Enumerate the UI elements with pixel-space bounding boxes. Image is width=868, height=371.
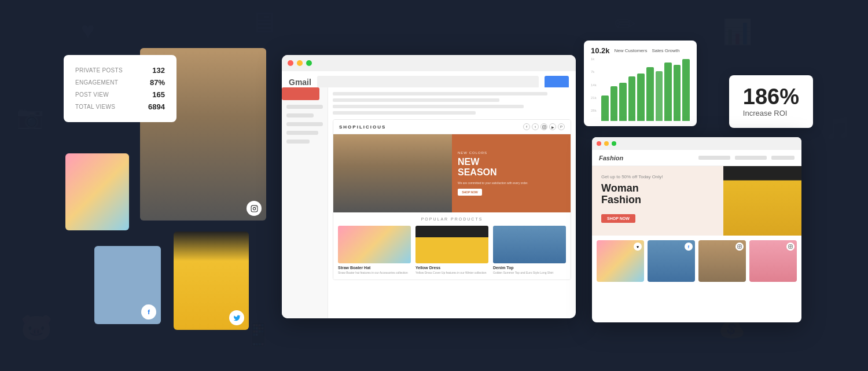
products-grid: Straw Boater Hat Straw Boater hat featur… [338, 226, 566, 275]
newsletter-social-icons: f t ▶ P [523, 123, 565, 130]
newsletter-twitter-icon: t [532, 123, 539, 130]
nav-link-1 [698, 156, 730, 160]
stats-row-total-views: TOTAL VIEWS 6894 [75, 101, 165, 113]
product-card-1: Straw Boater Hat Straw Boater hat featur… [338, 226, 411, 275]
popular-products-title: POPULAR PRODUCTS [338, 217, 566, 221]
stats-row-post-view: POST VIEW 165 [75, 89, 165, 101]
newsletter-hero-banner: NEW COLORS NEW SEASON We are committed t… [333, 134, 571, 212]
fashion-nav-bar: Fashion [592, 150, 801, 166]
new-colors-badge: NEW COLORS [458, 151, 565, 155]
svg-point-4 [543, 126, 545, 127]
sidebar-line-4 [286, 131, 318, 135]
newsletter-facebook-icon: f [523, 123, 530, 130]
sidebar-line-1 [286, 105, 323, 109]
email-line-group [333, 92, 571, 115]
chart-bar-5 [637, 74, 645, 122]
product-desc-3: Golden Summer Top and Euro Style Long Sh… [493, 271, 566, 275]
email-line-4 [333, 111, 476, 115]
facebook-badge: f [141, 304, 156, 319]
product-img-2 [415, 226, 488, 263]
roi-card: 186% Increase ROI [729, 75, 813, 128]
product-name-2: Yellow Dress [415, 266, 488, 270]
gmail-logo: Gmail [289, 78, 311, 87]
fashion-hero-text-area: Get up to 50% off Today Only! Woman Fash… [592, 166, 723, 236]
minimize-dot[interactable] [297, 60, 303, 66]
compose-button[interactable] [282, 87, 319, 100]
product-img-3 [493, 226, 566, 263]
stats-label-post-view: POST VIEW [75, 91, 109, 98]
fashion-product-1-badge: ♥ [634, 243, 642, 251]
newsletter-hero-text: NEW COLORS NEW SEASON We are committed t… [452, 134, 571, 212]
gmail-main-content: SHOPILICIOUS f t ▶ P [328, 87, 576, 318]
new-season-title: NEW SEASON [458, 157, 565, 177]
chart-bar-3 [619, 83, 627, 121]
fashion-shop-now-button[interactable]: SHOP NOW [601, 214, 635, 223]
fashion-product-4 [749, 240, 797, 282]
product-desc-2: Yellow Dress Cover Up features in our Wi… [415, 271, 488, 275]
analytics-card: 10.2k New Customers Sales Growth 1k 7k 1… [584, 41, 697, 126]
sidebar-line-5 [286, 139, 310, 144]
chart-bar-4 [628, 76, 636, 121]
newsletter-header: SHOPILICIOUS f t ▶ P [333, 120, 571, 134]
gmail-action-button[interactable] [545, 76, 569, 89]
fashion-hero-image [723, 166, 801, 236]
product-name-3: Denim Top [493, 266, 566, 270]
fashion-website-window: Fashion Get up to 50% off Today Only! Wo… [592, 137, 801, 322]
svg-point-8 [740, 245, 741, 246]
fashion-product-3-badge [735, 243, 744, 251]
maximize-dot[interactable] [306, 60, 312, 66]
fashion-product-thumbnails: ♥ f [592, 236, 801, 286]
svg-rect-3 [542, 125, 546, 128]
stats-value-engagement: 87% [150, 78, 165, 87]
product-card-3: Denim Top Golden Summer Top and Euro Sty… [493, 226, 566, 275]
stats-label-private-posts: PRIVATE POSTS [75, 67, 123, 74]
stats-value-post-view: 165 [152, 90, 165, 99]
product-desc-1: Straw Boater hat features in our Accesso… [338, 271, 411, 275]
roi-label: Increase ROI [743, 109, 799, 117]
chart-y-axis: 1k 7k 14k 21k 28k [591, 57, 600, 112]
svg-point-7 [739, 246, 741, 248]
svg-rect-6 [738, 245, 742, 249]
fashion-minimize-dot[interactable] [604, 141, 609, 146]
chart-bar-9 [674, 65, 681, 121]
gmail-search-bar[interactable] [317, 76, 539, 89]
fashion-product-3 [698, 240, 746, 282]
analytics-chart [601, 57, 690, 121]
fashion-brand-name: Fashion [599, 155, 694, 161]
stats-label-engagement: ENGAGEMENT [75, 79, 118, 86]
analytics-stat-value: 10.2k [591, 46, 610, 55]
svg-point-5 [545, 126, 545, 126]
chart-bar-1 [601, 95, 609, 121]
chart-bar-7 [656, 71, 663, 121]
chart-bar-10 [682, 59, 690, 121]
newsletter-instagram-icon [540, 123, 547, 130]
newsletter-youtube-icon: ▶ [549, 123, 556, 130]
svg-point-11 [791, 245, 792, 246]
yellow-jacket-photo [174, 232, 249, 330]
email-line-2 [333, 98, 499, 102]
chart-bar-6 [646, 67, 654, 122]
fashion-main-title: Woman Fashion [601, 183, 714, 206]
analytics-label-sales-growth: Sales Growth [652, 48, 679, 53]
svg-point-10 [790, 246, 792, 248]
email-list: SHOPILICIOUS f t ▶ P [328, 87, 576, 285]
close-dot[interactable] [288, 60, 293, 66]
product-name-1: Straw Boater Hat [338, 266, 411, 270]
fashion-close-dot[interactable] [597, 141, 601, 146]
svg-rect-9 [789, 245, 793, 249]
fashion-titlebar [592, 137, 801, 150]
colorful-hat-photo [65, 153, 129, 230]
newsletter-email-preview: SHOPILICIOUS f t ▶ P [333, 119, 571, 280]
twitter-badge [229, 310, 244, 325]
shopilicious-logo: SHOPILICIOUS [339, 124, 386, 130]
stats-card: PRIVATE POSTS 132 ENGAGEMENT 87% POST VI… [64, 55, 176, 122]
svg-point-1 [253, 207, 255, 210]
fashion-hero-section: Get up to 50% off Today Only! Woman Fash… [592, 166, 801, 236]
chart-bar-2 [610, 86, 618, 122]
fashion-product-1: ♥ [597, 240, 644, 282]
gmail-window: Gmail SHOPILICIOUS f t [282, 55, 576, 318]
chart-bar-8 [664, 63, 672, 121]
newsletter-shop-now-button[interactable]: SHOP NOW [458, 189, 482, 196]
fashion-product-2: f [648, 240, 695, 282]
fashion-maximize-dot[interactable] [612, 141, 616, 146]
